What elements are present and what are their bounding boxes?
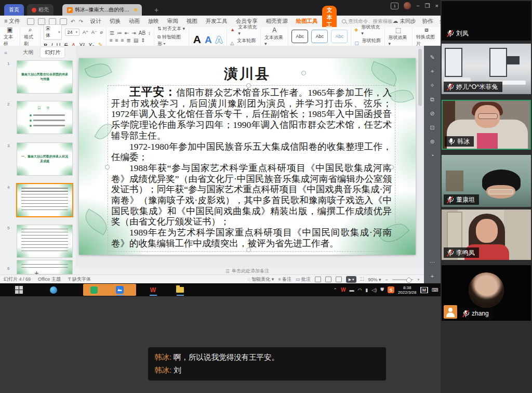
participant-tile[interactable]: 婷儿^O^米菲兔 — [442, 44, 531, 94]
text-effect-button[interactable]: A 文本效果 ▾ — [261, 27, 288, 46]
wordart-outline[interactable]: A — [216, 34, 223, 46]
notes-bar[interactable]: ☰ 单击此处添加备注 — [76, 268, 424, 274]
sogou-ime-icon[interactable]: S — [388, 286, 394, 293]
slide-thumbnail-4-selected[interactable] — [16, 183, 73, 217]
format-painter-button[interactable]: ⌕ 格式刷 — [20, 27, 41, 46]
collaborate-button[interactable]: 协作 — [422, 18, 433, 25]
slide-thumbnail-3[interactable]: 一、豫南大别山民歌的传承人状况及成就 — [17, 142, 73, 176]
shape-effect-button[interactable]: ⬚ 形状效果 ▾ — [385, 27, 413, 46]
reading-view-icon[interactable] — [336, 277, 342, 282]
slide-thumbnail-2[interactable]: 目 录 — [17, 101, 73, 134]
new-tab-button[interactable]: + — [152, 5, 161, 15]
select-tool-icon[interactable]: ⌖ — [431, 68, 434, 75]
textbox-button[interactable]: ▣ 文本框 — [0, 27, 20, 46]
bullets-icon[interactable]: ☰ — [110, 30, 114, 36]
wifi-icon[interactable]: ◠ — [357, 287, 362, 293]
slide-canvas[interactable]: 潢川县 王平安：信阳市群众艺术馆音乐工作者。1965年参加工作，入开封市戏校学习… — [79, 58, 416, 255]
textbox-handle-right[interactable] — [389, 165, 394, 169]
restore-button[interactable]: ❐ — [425, 3, 430, 9]
shape-style-3[interactable]: Abc — [331, 30, 348, 43]
text-fill-button[interactable]: 文本填充 ▾ — [238, 24, 257, 36]
meeting-app-icon[interactable] — [115, 285, 124, 294]
wps-taskbar-icon[interactable]: W — [149, 285, 157, 294]
shape-fill-button[interactable]: 形状填充 ▾ — [361, 24, 381, 36]
browser-icon[interactable] — [49, 285, 58, 294]
notes-button[interactable]: ≡ 备注 — [278, 276, 291, 283]
menu-design[interactable]: 设计 — [86, 18, 105, 25]
star-tool-icon[interactable]: ✧ — [430, 82, 434, 89]
beautify-button[interactable]: ◌ 智能美化 ▾ — [247, 276, 274, 283]
normal-view-icon[interactable] — [315, 277, 321, 282]
timer-tool-icon[interactable]: ◔ — [431, 152, 434, 159]
start-button[interactable] — [15, 285, 23, 294]
theme-name[interactable]: Office 主题 — [34, 276, 64, 283]
align-center-icon[interactable]: ≡ — [115, 37, 118, 43]
volume-icon[interactable]: ◁) — [371, 287, 377, 293]
tab-outline[interactable]: 大纲 — [19, 47, 37, 58]
file-explorer-icon[interactable] — [176, 285, 184, 294]
sorter-view-icon[interactable] — [325, 277, 331, 282]
print-icon[interactable] — [49, 18, 56, 25]
textbox-handle-bottom[interactable] — [246, 247, 251, 252]
more-tools-icon[interactable]: ⋯ — [430, 259, 435, 266]
close-button[interactable]: × — [435, 3, 438, 9]
zoom-out-button[interactable]: − — [385, 277, 388, 282]
wordart-plain[interactable]: A — [193, 33, 201, 46]
shape-tool-icon[interactable]: ⧉ — [430, 96, 434, 103]
output-icon[interactable] — [38, 18, 45, 25]
slideshow-play-button[interactable]: ▶▾ — [346, 276, 356, 283]
textbox-handle-top[interactable] — [246, 83, 251, 88]
zoom-knob[interactable] — [406, 278, 411, 283]
menu-docer-res[interactable]: 稻壳资源 — [262, 18, 292, 25]
minimize-button[interactable]: − — [416, 3, 419, 9]
touch-keyboard-icon[interactable]: ⌨ — [432, 287, 438, 293]
char-spacing-icon[interactable]: AB — [139, 30, 145, 36]
zoom-in-button[interactable]: + — [417, 277, 420, 282]
outdent-icon[interactable]: ⇤ — [125, 30, 129, 36]
indent-icon[interactable]: ⇥ — [131, 30, 136, 36]
laser-tool-icon[interactable]: ✎ — [430, 54, 434, 61]
redo-icon[interactable]: ↷ — [78, 19, 83, 24]
align-text-button[interactable]: ⇅ 对齐文本 ▾ — [157, 25, 185, 32]
font-name-select[interactable]: 宋体▾ — [44, 24, 62, 40]
justify-icon[interactable]: ≣ — [127, 37, 131, 43]
shape-style-1[interactable]: Abc — [291, 30, 308, 43]
menu-review[interactable]: 审阅 — [163, 18, 182, 25]
menu-animation[interactable]: 动画 — [125, 18, 144, 25]
shape-style-2[interactable]: Abc — [311, 30, 328, 43]
missing-font-warning[interactable]: Ƭ 缺失字体 — [64, 276, 95, 283]
menu-developer[interactable]: 开发工具 — [202, 18, 232, 25]
distribute-icon[interactable]: ▤ — [134, 37, 138, 43]
clock[interactable]: 8:38 2022/3/28 — [398, 285, 417, 295]
slide-thumbnail-1[interactable]: 豫南大别山民歌在社会层面的传承与传播 — [17, 60, 73, 94]
help-tool-icon[interactable]: ⊘ — [430, 110, 434, 117]
sticker-tool-icon[interactable]: ⊛ — [430, 138, 434, 145]
align-left-icon[interactable]: ≡ — [110, 37, 113, 43]
menu-view[interactable]: 视图 — [182, 18, 202, 25]
participant-tile-active-speaker[interactable]: 韩冰 — [442, 100, 531, 150]
tab-slides[interactable]: 幻灯片 — [41, 47, 64, 58]
tray-camera-icon[interactable]: ▬ — [349, 287, 354, 293]
zoom-slider[interactable] — [392, 279, 413, 280]
participant-tile-self[interactable]: zhang — [442, 265, 531, 321]
numbering-icon[interactable]: ≔ — [117, 30, 122, 36]
participant-tile[interactable]: 董康坦 — [442, 155, 531, 207]
window-layout-icon[interactable]: 1 — [391, 3, 398, 9]
line-dir-icon[interactable]: ↕ — [148, 30, 151, 36]
participant-tile[interactable]: 刘凤 — [442, 1, 531, 41]
collapse-panel-button[interactable]: « — [0, 49, 11, 56]
mic-tray-icon[interactable]: ▮ — [365, 287, 368, 293]
menu-transition[interactable]: 切换 — [105, 18, 125, 25]
convert-to-picture-button[interactable]: ⧇ 转换成图片 — [413, 27, 441, 46]
font-size-select[interactable]: 24▾ — [65, 29, 79, 36]
editor-scrollbar[interactable] — [418, 49, 422, 106]
grow-font-icon[interactable]: A⁺ — [83, 30, 88, 35]
comments-button[interactable]: ▭ 批注 — [296, 276, 311, 283]
align-right-icon[interactable]: ≡ — [121, 37, 124, 43]
textbox-handle-left[interactable] — [105, 165, 110, 169]
shrink-font-icon[interactable]: A⁻ — [91, 30, 97, 35]
add-slide-button[interactable]: + — [34, 268, 39, 274]
slide-thumbnail-5[interactable] — [17, 225, 73, 258]
security-shield-icon[interactable]: ⛊ — [380, 287, 384, 293]
tab-docer[interactable]: 稻壳 — [27, 4, 54, 16]
